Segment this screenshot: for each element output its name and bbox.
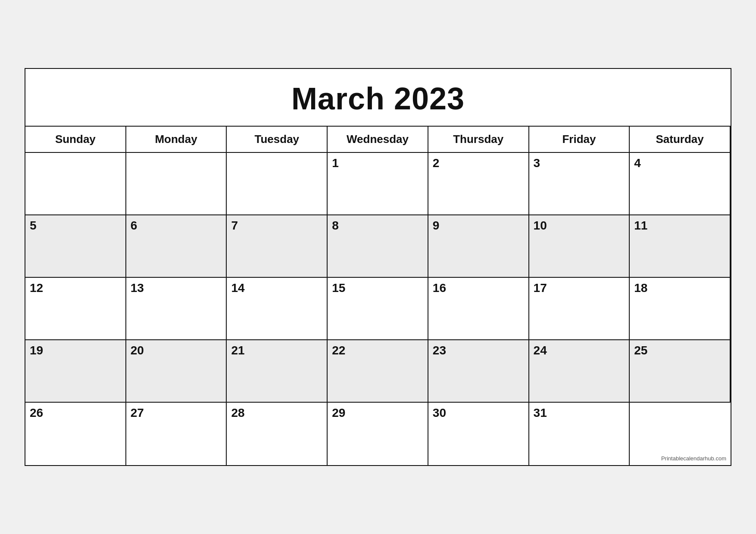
- day-cell: 24: [529, 340, 630, 403]
- day-number: 25: [634, 344, 725, 357]
- day-number: 9: [433, 219, 524, 233]
- day-number: 31: [534, 406, 625, 420]
- day-cell: 26: [25, 403, 126, 465]
- day-cell: 14: [227, 278, 328, 340]
- day-cell: Printablecalendarhub.com: [630, 403, 731, 465]
- calendar-grid: SundayMondayTuesdayWednesdayThursdayFrid…: [25, 127, 731, 465]
- day-number: 10: [534, 219, 625, 233]
- day-cell: 6: [126, 215, 227, 278]
- day-number: 11: [634, 219, 725, 233]
- day-cell: 1: [328, 153, 428, 215]
- day-header: Tuesday: [227, 127, 328, 153]
- day-number: 15: [332, 281, 423, 295]
- day-number: 24: [534, 344, 625, 357]
- day-cell: 18: [630, 278, 731, 340]
- day-number: 27: [131, 406, 222, 420]
- day-number: 22: [332, 344, 423, 357]
- day-cell: 7: [227, 215, 328, 278]
- day-cell: 31: [529, 403, 630, 465]
- day-cell: 21: [227, 340, 328, 403]
- day-number: 20: [131, 344, 222, 357]
- day-number: 18: [634, 281, 725, 295]
- day-cell: 23: [428, 340, 529, 403]
- day-cell: 4: [630, 153, 731, 215]
- day-number: 1: [332, 156, 423, 170]
- day-header: Friday: [529, 127, 630, 153]
- day-number: 4: [634, 156, 725, 170]
- day-cell: 5: [25, 215, 126, 278]
- day-cell: [25, 153, 126, 215]
- day-number: 29: [332, 406, 423, 420]
- day-number: 3: [534, 156, 625, 170]
- day-cell: 30: [428, 403, 529, 465]
- day-number: 16: [433, 281, 524, 295]
- day-header: Wednesday: [328, 127, 428, 153]
- day-cell: 13: [126, 278, 227, 340]
- day-number: 23: [433, 344, 524, 357]
- day-header: Thursday: [428, 127, 529, 153]
- day-number: 14: [231, 281, 322, 295]
- day-header: Monday: [126, 127, 227, 153]
- day-cell: 3: [529, 153, 630, 215]
- day-cell: 29: [328, 403, 428, 465]
- day-cell: 8: [328, 215, 428, 278]
- day-number: 5: [30, 219, 121, 233]
- day-number: 6: [131, 219, 222, 233]
- day-cell: 16: [428, 278, 529, 340]
- day-number: 17: [534, 281, 625, 295]
- day-cell: 9: [428, 215, 529, 278]
- day-number: 13: [131, 281, 222, 295]
- calendar-container: March 2023 SundayMondayTuesdayWednesdayT…: [25, 68, 731, 466]
- watermark: Printablecalendarhub.com: [661, 455, 726, 462]
- day-cell: 2: [428, 153, 529, 215]
- day-number: 21: [231, 344, 322, 357]
- day-cell: 27: [126, 403, 227, 465]
- day-number: 7: [231, 219, 322, 233]
- calendar-title: March 2023: [25, 69, 731, 127]
- day-cell: 20: [126, 340, 227, 403]
- day-header: Sunday: [25, 127, 126, 153]
- day-number: 28: [231, 406, 322, 420]
- day-cell: [227, 153, 328, 215]
- day-cell: 11: [630, 215, 731, 278]
- day-number: 30: [433, 406, 524, 420]
- day-cell: 28: [227, 403, 328, 465]
- day-cell: [126, 153, 227, 215]
- day-number: 12: [30, 281, 121, 295]
- day-cell: 15: [328, 278, 428, 340]
- day-cell: 22: [328, 340, 428, 403]
- day-number: 2: [433, 156, 524, 170]
- day-cell: 19: [25, 340, 126, 403]
- day-cell: 10: [529, 215, 630, 278]
- day-number: 8: [332, 219, 423, 233]
- day-cell: 17: [529, 278, 630, 340]
- day-number: 26: [30, 406, 121, 420]
- day-header: Saturday: [630, 127, 731, 153]
- day-cell: 12: [25, 278, 126, 340]
- day-number: 19: [30, 344, 121, 357]
- day-cell: 25: [630, 340, 731, 403]
